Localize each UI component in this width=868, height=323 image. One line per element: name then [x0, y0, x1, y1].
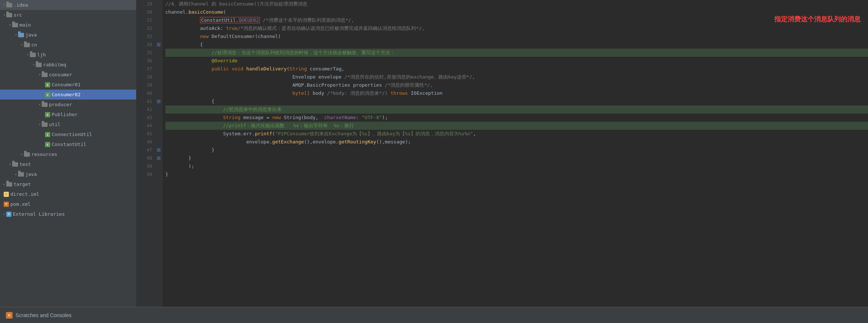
sidebar-item-Consumer02[interactable]: cConsumer02 ↑	[0, 90, 136, 100]
line-num-36: 36	[137, 57, 152, 65]
sidebar-item-label-test: test	[20, 160, 31, 169]
sidebar-item-label-rabbitmq: rabbitmq	[43, 61, 66, 69]
line-num-37: 37	[137, 65, 152, 73]
sidebar-item-ExternalLibraries[interactable]: ⊞External Libraries	[0, 209, 136, 219]
code-line-38: Envelope envelope /*消息所在的信封,存放消息的exchang…	[165, 73, 868, 81]
tree-tri-producer	[38, 100, 42, 109]
tree-tri-target	[3, 180, 6, 188]
code-line-45: System.err.printf("P2PConsumer收到来自Exchan…	[165, 130, 868, 138]
sidebar-item-java[interactable]: java	[0, 30, 136, 40]
line-num-30: 30	[137, 8, 152, 16]
code-area[interactable]: //4、调用Channel 的 basicConsume()方法开始处理消费消息…	[162, 0, 868, 323]
folder-icon-java2	[18, 172, 24, 177]
folder-icon-util	[42, 122, 48, 127]
code-line-47: }	[165, 146, 868, 154]
sidebar-item-ConstantUtil[interactable]: cConstantUtil	[0, 139, 136, 149]
code-line-37: public void handleDelivery(String consum…	[165, 65, 868, 73]
line-num-33: 33	[137, 32, 152, 41]
sidebar-item-label-resources: resources	[31, 150, 57, 159]
line-num-39: 39	[137, 81, 152, 89]
tree-tri-java2	[15, 170, 18, 178]
code-line-50: }	[165, 170, 868, 178]
sidebar-item-cn[interactable]: cn	[0, 40, 136, 50]
line-num-34: 34	[137, 41, 152, 49]
sidebar-item-label-direct.iml: direct.iml	[10, 190, 39, 198]
line-num-42: 42	[137, 105, 152, 114]
sidebar-item-java2[interactable]: java	[0, 169, 136, 179]
sidebar-item-idea[interactable]: .idea	[0, 0, 136, 10]
scratch-icon: ⊞	[6, 312, 13, 319]
svg-rect-1	[157, 100, 161, 103]
sidebar-item-Consumer01[interactable]: cConsumer01	[0, 80, 136, 90]
sidebar-item-ljh[interactable]: ljh	[0, 50, 136, 60]
tree-tri-ljh	[27, 51, 30, 59]
folder-icon-target	[6, 182, 12, 187]
sidebar-item-test[interactable]: test	[0, 159, 136, 169]
folder-icon-java	[18, 33, 24, 37]
code-line-30: channel.basicConsume(	[165, 8, 868, 16]
sidebar-item-label-pom.xml: pom.xml	[10, 200, 31, 208]
tree-tri-consumer	[38, 70, 42, 79]
sidebar-item-Publisher[interactable]: cPublisher	[0, 110, 136, 119]
modified-indicator: ↑	[82, 91, 85, 99]
tree-tri-test	[9, 160, 12, 169]
pom-icon: m	[4, 202, 9, 207]
sidebar-item-resources[interactable]: resources	[0, 149, 136, 159]
folder-icon-ljh	[30, 53, 36, 57]
sidebar-item-label-Consumer01: Consumer01	[52, 81, 80, 89]
line-num-50: 50	[137, 170, 152, 178]
tree-tri-main	[9, 21, 12, 29]
line-num-49: 49	[137, 162, 152, 170]
code-line-32: autoAck: true/*消息的确认模式：是否自动确认该消息已经被消费完成并…	[165, 24, 868, 32]
sidebar-item-label-ljh: ljh	[37, 51, 46, 59]
sidebar-item-consumer[interactable]: consumer	[0, 70, 136, 80]
code-line-42: //把消息体中的消息拿出来	[165, 105, 868, 114]
sidebar-item-rabbitmq[interactable]: rabbitmq	[0, 60, 136, 70]
sidebar-item-ConnectionUtil[interactable]: cConnectionUtil	[0, 129, 136, 139]
sidebar-item-util[interactable]: util	[0, 119, 136, 129]
sidebar-item-pom.xml[interactable]: mpom.xml	[0, 199, 136, 209]
code-line-49: );	[165, 162, 868, 170]
code-line-41: {	[165, 97, 868, 105]
scratches-consoles-label: Scratches and Consoles	[16, 312, 72, 318]
line-num-46: 46	[137, 138, 152, 146]
java-class-icon-Consumer01: c	[45, 82, 50, 87]
sidebar-item-label-src: src	[14, 11, 22, 19]
code-line-33: new DefaultConsumer(channel)	[165, 32, 868, 41]
code-line-43: String message = new String(body, charse…	[165, 114, 868, 122]
sidebar-item-src[interactable]: src	[0, 10, 136, 20]
line-num-41: 41	[137, 97, 152, 105]
line-num-40: 40	[137, 89, 152, 97]
sidebar: .ideasrcmainjavacnljhrabbitmqconsumercCo…	[0, 0, 137, 323]
tree-tri-idea	[3, 1, 6, 9]
sidebar-item-main[interactable]: main	[0, 20, 136, 30]
folder-icon-src	[6, 13, 12, 17]
folder-icon-idea	[6, 3, 12, 7]
iml-icon: ▾	[4, 192, 9, 197]
sidebar-item-label-consumer: consumer	[49, 71, 72, 79]
sidebar-item-label-ExternalLibraries: External Libraries	[13, 210, 65, 218]
sidebar-item-label-main: main	[20, 21, 31, 29]
line-num-45: 45	[137, 130, 152, 138]
code-line-39: AMQP.BasicProperties properties /*消息的那些属…	[165, 81, 868, 89]
code-line-46: envelope.getExchange(),envelope.getRouti…	[165, 138, 868, 146]
gutter-icon-line-41	[156, 97, 162, 105]
code-line-48: }	[165, 154, 868, 162]
java-class-icon-Consumer02: c	[45, 92, 50, 97]
tree-tri-cn	[21, 41, 24, 49]
gutter-icon-line-48	[156, 154, 162, 162]
tree-tri-resources	[21, 150, 24, 159]
tree-tri-rabbitmq	[32, 60, 36, 69]
bottom-bar[interactable]: ⊞ Scratches and Consoles	[0, 307, 868, 323]
gutter-icon-line-34	[156, 41, 162, 49]
sidebar-item-label-ConstantUtil: ConstantUtil	[52, 140, 86, 149]
line-num-47: 47	[137, 146, 152, 154]
sidebar-item-direct.iml[interactable]: ▾direct.iml	[0, 189, 136, 199]
sidebar-item-target[interactable]: target	[0, 179, 136, 189]
java-class-icon-Publisher: c	[45, 112, 50, 117]
folder-icon-test	[12, 162, 18, 167]
line-num-38: 38	[137, 73, 152, 81]
sidebar-item-label-util: util	[49, 121, 61, 129]
sidebar-item-producer[interactable]: producer	[0, 100, 136, 110]
gutter	[155, 0, 162, 323]
